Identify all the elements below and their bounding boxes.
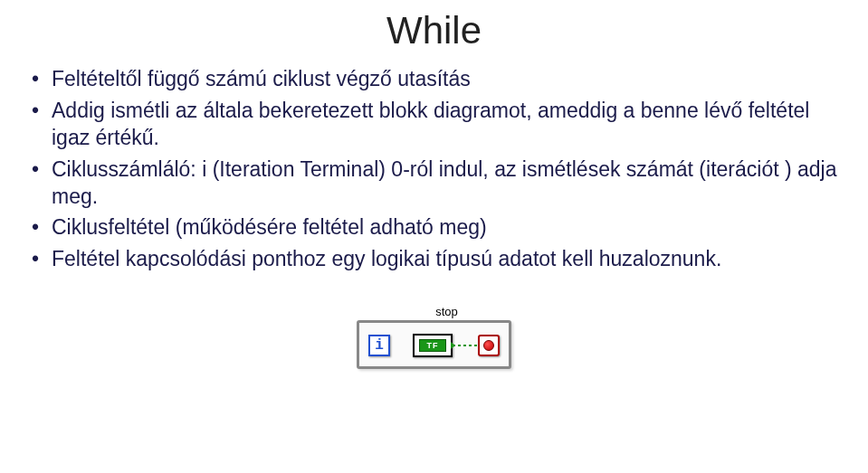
bullet-item: Ciklusfeltétel (működésére feltétel adha… bbox=[32, 214, 850, 241]
boolean-control-group: TF bbox=[413, 334, 500, 357]
page-title: While bbox=[18, 9, 850, 52]
bullet-item: Ciklusszámláló: i (Iteration Terminal) 0… bbox=[32, 156, 850, 211]
diagram-container: stop i TF bbox=[18, 305, 850, 369]
stop-terminal-icon bbox=[478, 335, 500, 356]
bullet-item: Addig ismétli az általa bekeretezett blo… bbox=[32, 98, 850, 152]
bullet-item: Feltétel kapcsolódási ponthoz egy logika… bbox=[32, 246, 850, 273]
boolean-tf-label: TF bbox=[419, 339, 446, 352]
loop-structure: i TF bbox=[357, 320, 511, 369]
stop-label: stop bbox=[382, 305, 511, 318]
iteration-symbol: i bbox=[375, 337, 384, 354]
stop-dot-icon bbox=[483, 340, 494, 351]
boolean-control-icon: TF bbox=[413, 334, 453, 357]
bullet-item: Feltételtől függő számú ciklust végző ut… bbox=[32, 66, 850, 93]
wire-icon bbox=[453, 345, 478, 346]
while-loop-diagram: stop i TF bbox=[357, 305, 511, 369]
bullet-list: Feltételtől függő számú ciklust végző ut… bbox=[18, 66, 850, 273]
iteration-terminal-icon: i bbox=[368, 335, 390, 356]
